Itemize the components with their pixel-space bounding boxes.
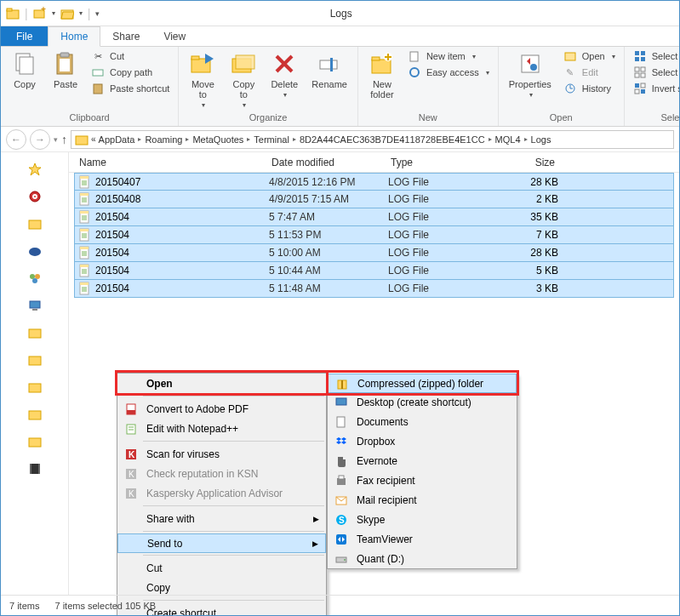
folder-icon[interactable] [28, 435, 42, 448]
sendto-zip[interactable]: Compressed (zipped) folder [328, 374, 517, 393]
breadcrumb-segment[interactable]: 8D2A44CAEC363B7DE4118728EBE4E1CC [300, 134, 485, 145]
tab-home[interactable]: Home [48, 26, 100, 47]
chevron-right-icon[interactable]: ▸ [292, 135, 297, 143]
col-size[interactable]: Size [486, 157, 563, 168]
sendto-mail[interactable]: Mail recipient [328, 490, 517, 510]
chevron-down-icon: ▾ [612, 53, 615, 60]
paste-shortcut-icon [91, 82, 105, 95]
sendto-evernote[interactable]: Evernote [328, 451, 517, 471]
sendto-fax[interactable]: Fax recipient [328, 471, 517, 490]
table-row[interactable]: 2015045 10:44 AMLOG File5 KB [74, 262, 674, 280]
breadcrumb-segment[interactable]: MQL4 [495, 134, 521, 145]
breadcrumb-segment[interactable]: Logs [531, 134, 551, 145]
select-all-button[interactable]: Select all [630, 48, 680, 64]
folder-icon[interactable] [28, 217, 42, 231]
breadcrumb-segment[interactable]: Roaming [145, 134, 182, 145]
copy-button[interactable]: Copy [6, 48, 43, 91]
overflow-chevron[interactable]: « [91, 134, 96, 144]
tab-share[interactable]: Share [100, 26, 151, 46]
breadcrumb[interactable]: « AppData▸ Roaming▸ MetaQuotes▸ Terminal… [71, 130, 674, 149]
cut-button[interactable]: ✂Cut [88, 48, 173, 64]
folder-icon[interactable] [28, 408, 42, 421]
file-tab[interactable]: File [1, 26, 48, 46]
column-headers[interactable]: Name Date modified Type Size [69, 152, 679, 173]
tab-view[interactable]: View [151, 26, 197, 46]
file-date: 5 7:47 AM [269, 211, 388, 223]
ctx-cut[interactable]: Cut [117, 558, 326, 578]
invert-selection-button[interactable]: Invert selection [630, 81, 680, 96]
folder-icon[interactable] [28, 353, 42, 367]
chevron-right-icon[interactable]: ▸ [523, 135, 529, 143]
ctx-scan[interactable]: KScan for viruses [117, 444, 326, 464]
new-item-button[interactable]: New item▾ [404, 48, 493, 64]
paste-shortcut-button[interactable]: Paste shortcut [88, 81, 173, 96]
chevron-right-icon[interactable]: ▸ [488, 135, 493, 143]
easy-access-button[interactable]: Easy access▾ [404, 65, 493, 80]
pc-icon[interactable] [28, 299, 42, 312]
caret-icon[interactable]: ▾ [79, 9, 83, 17]
nav-forward-button[interactable]: → [30, 129, 50, 150]
table-row[interactable]: 201504084/9/2015 7:15 AMLOG File2 KB [74, 191, 674, 208]
col-name[interactable]: Name [69, 157, 265, 168]
qat-dropdown-icon[interactable]: ▾ [95, 9, 100, 18]
new-folder-button[interactable]: New folder [363, 48, 401, 101]
move-to-button[interactable]: Move to▾ [184, 48, 221, 111]
breadcrumb-segment[interactable]: MetaQuotes [192, 134, 243, 145]
folder-icon[interactable] [28, 326, 42, 339]
nav-up-button[interactable]: ↑ [61, 133, 67, 146]
history-button[interactable]: History [560, 81, 619, 96]
sendto-skype[interactable]: SSkype [328, 510, 517, 529]
col-type[interactable]: Type [384, 157, 486, 168]
ctx-open[interactable]: Open [117, 374, 326, 393]
chevron-down-icon[interactable]: ▾ [54, 135, 58, 144]
ctx-send-to[interactable]: Send to▶ [117, 533, 326, 553]
table-row[interactable]: 2015045 10:00 AMLOG File28 KB [74, 244, 674, 262]
chevron-right-icon[interactable]: ▸ [185, 135, 190, 143]
rename-button[interactable]: Rename [306, 48, 352, 91]
file-date: 5 10:44 AM [269, 265, 388, 277]
kaspersky-icon: K [124, 467, 138, 481]
chevron-right-icon[interactable]: ▸ [246, 135, 251, 143]
svg-rect-19 [236, 55, 254, 69]
col-date[interactable]: Date modified [265, 157, 384, 168]
sendto-teamviewer[interactable]: TeamViewer [328, 529, 517, 549]
ctx-pdf[interactable]: Convert to Adobe PDF [117, 399, 326, 419]
copy-path-button[interactable]: Copy path [88, 65, 173, 80]
breadcrumb-segment[interactable]: Terminal [254, 134, 289, 145]
breadcrumb-segment[interactable]: AppData [99, 134, 135, 145]
favorites-icon[interactable] [28, 163, 42, 176]
sendto-docs[interactable]: Documents [328, 412, 517, 431]
copy-to-button[interactable]: Copy to▾ [225, 48, 262, 111]
sendto-desktop[interactable]: Desktop (create shortcut) [328, 392, 517, 412]
chevron-right-icon[interactable]: ▸ [137, 135, 142, 143]
onedrive-icon[interactable] [28, 244, 42, 258]
table-row[interactable]: 2015045 7:47 AMLOG File35 KB [74, 208, 674, 226]
movie-icon[interactable] [28, 462, 42, 476]
open-button[interactable]: Open▾ [560, 48, 619, 64]
table-row[interactable]: 2015045 11:48 AMLOG File3 KB [74, 280, 674, 298]
delete-button[interactable]: Delete▾ [266, 48, 303, 100]
table-row[interactable]: 2015045 11:53 PMLOG File7 KB [74, 226, 674, 244]
select-none-button[interactable]: Select none [630, 65, 680, 80]
properties-button[interactable]: Properties▾ [504, 48, 557, 100]
table-row[interactable]: 201504074/8/2015 12:16 PMLOG File28 KB [74, 173, 674, 191]
caret-icon[interactable]: ▾ [52, 9, 55, 17]
target-icon[interactable] [28, 190, 42, 203]
ctx-ksn: KCheck reputation in KSN [117, 464, 326, 483]
folder-open-icon[interactable] [60, 7, 74, 20]
nav-tree[interactable] [1, 152, 69, 595]
new-folder-icon[interactable] [33, 7, 47, 20]
ctx-notepad[interactable]: Edit with Notepad++ [117, 419, 326, 438]
sendto-dropbox[interactable]: Dropbox [328, 431, 517, 451]
ctx-share[interactable]: Share with▶ [117, 509, 326, 528]
svg-point-133 [344, 559, 346, 561]
homegroup-icon[interactable] [28, 271, 42, 285]
address-bar: ← → ▾ ↑ « AppData▸ Roaming▸ MetaQuotes▸ … [1, 127, 679, 152]
folder-icon[interactable] [28, 380, 42, 394]
chevron-right-icon: ▶ [313, 515, 319, 523]
svg-rect-25 [372, 57, 380, 60]
sendto-quant[interactable]: Quant (D:) [328, 549, 517, 568]
file-rows: 201504074/8/2015 12:16 PMLOG File28 KB20… [69, 173, 679, 298]
nav-back-button[interactable]: ← [6, 129, 26, 150]
paste-button[interactable]: Paste [47, 48, 84, 91]
